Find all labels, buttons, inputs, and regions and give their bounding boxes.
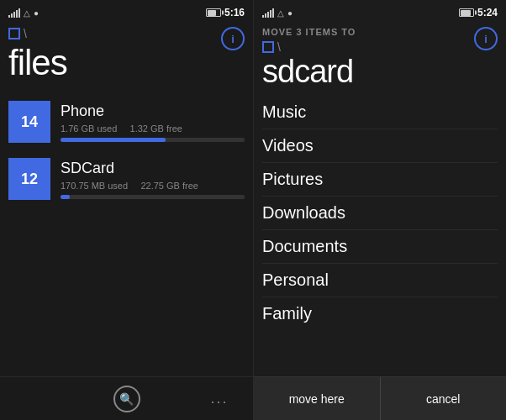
nav-slash: \ [24,27,27,40]
left-time: 5:16 [224,7,245,18]
sdcard-tile: 12 [8,158,50,200]
right-signal-dot: ● [287,8,293,18]
signal-dot: ● [34,8,39,18]
phone-bar-bg [61,138,245,142]
phone-info: Phone 1.76 GB used 1.32 GB free [61,101,245,142]
left-info-icon[interactable]: i [221,27,245,50]
phone-free: 1.32 GB free [130,123,182,134]
folder-personal[interactable]: Personal [262,264,498,297]
search-icon: 🔍 [113,386,140,412]
folder-videos[interactable]: Videos [262,129,498,163]
right-nav-home-icon [262,41,274,53]
right-status-right: 5:24 [459,7,498,18]
sdcard-used: 170.75 MB used [61,181,128,191]
info-circle[interactable]: i [221,27,245,50]
sdcard-stats: 170.75 MB used 22.75 GB free [61,181,245,191]
left-status-left: △ ● [8,8,39,18]
right-status-bar: △ ● 5:24 [254,0,506,24]
right-signal-icon [262,8,274,18]
more-dots: ... [210,390,228,407]
phone-used: 1.76 GB used [61,123,117,134]
move-here-button[interactable]: move here [254,377,381,420]
right-page-title: sdcard [254,54,506,96]
action-bar: move here cancel [254,376,506,420]
sdcard-name: SDCard [61,160,245,177]
sdcard-bar-fill [61,195,70,199]
right-nav-slash: \ [277,40,281,54]
nav-home-icon [8,28,20,39]
right-panel: △ ● 5:24 MOVE 3 ITEMS TO \ i sdcard Musi… [253,0,506,420]
folder-documents[interactable]: Documents [262,230,498,264]
phone-stats: 1.76 GB used 1.32 GB free [61,123,245,134]
phone-bar-fill [61,138,166,142]
left-panel: △ ● 5:16 \ i files 14 Phone 1.76 GB used [0,0,253,420]
search-button[interactable]: 🔍 [110,382,144,416]
page-title: files [0,44,253,94]
signal-icon [8,8,20,18]
left-status-bar: △ ● 5:16 [0,0,253,24]
right-wifi-icon: △ [277,8,284,18]
sdcard-storage-item[interactable]: 12 SDCard 170.75 MB used 22.75 GB free [0,151,253,207]
right-time: 5:24 [477,7,498,18]
left-status-right: 5:16 [206,7,245,18]
phone-count: 14 [21,113,38,131]
left-breadcrumb: \ [0,24,253,44]
right-battery-icon [459,8,474,17]
folder-list: Music Videos Pictures Downloads Document… [254,96,506,376]
phone-tile: 14 [8,101,50,143]
folder-family[interactable]: Family [262,297,498,330]
battery-icon [206,8,221,17]
wifi-icon: △ [24,8,30,18]
phone-name: Phone [61,102,245,120]
phone-storage-item[interactable]: 14 Phone 1.76 GB used 1.32 GB free [0,94,253,150]
right-info-icon[interactable]: i [474,27,498,50]
more-button[interactable]: ... [203,382,236,416]
folder-downloads[interactable]: Downloads [262,197,498,230]
left-bottom-bar: 🔍 ... [0,376,253,420]
right-status-left: △ ● [262,8,293,18]
sdcard-bar-bg [61,195,245,199]
move-header: MOVE 3 ITEMS TO [254,24,506,39]
sdcard-info: SDCard 170.75 MB used 22.75 GB free [61,158,245,199]
right-info-circle[interactable]: i [474,27,498,50]
sdcard-count: 12 [21,171,38,188]
right-breadcrumb: \ [254,39,506,54]
cancel-button[interactable]: cancel [381,377,507,420]
sdcard-free: 22.75 GB free [140,181,198,191]
folder-music[interactable]: Music [262,96,498,129]
folder-pictures[interactable]: Pictures [262,163,498,197]
